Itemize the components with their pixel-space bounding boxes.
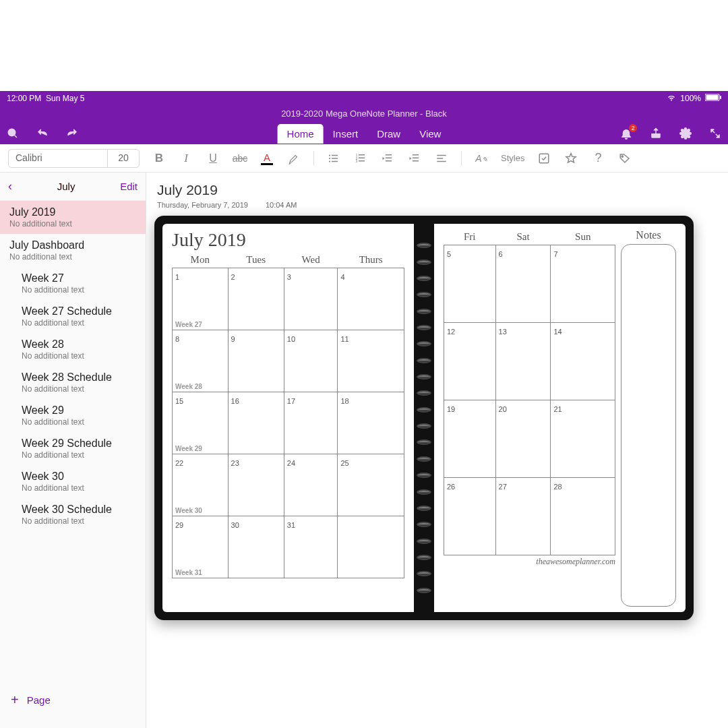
calendar-right: FriSatSun567121314192021262728: [444, 229, 615, 555]
page-sidebar: ‹ July Edit July 2019No additional textJ…: [0, 173, 146, 728]
search-icon[interactable]: [5, 126, 20, 141]
add-page-label: Page: [27, 694, 51, 706]
bullet-list-icon[interactable]: [326, 151, 341, 166]
sidebar-item-sub: No additional text: [22, 516, 136, 526]
separator: [461, 151, 462, 166]
sidebar-item-name: Week 28 Schedule: [22, 371, 136, 384]
sidebar-item-name: Week 30: [22, 471, 136, 483]
notifications-badge: 2: [629, 124, 637, 132]
numbered-list-icon[interactable]: 123: [353, 151, 368, 166]
italic-icon[interactable]: I: [179, 151, 193, 166]
bold-icon[interactable]: B: [152, 151, 166, 166]
svg-rect-9: [332, 158, 338, 159]
sidebar-item-sub: No additional text: [22, 450, 136, 460]
back-icon[interactable]: ‹: [8, 179, 12, 193]
formatting-toolbar: Calibri 20 B I U abc A 123 A✎ Styles ?: [0, 144, 728, 173]
sidebar-item-sub: No additional text: [22, 285, 136, 295]
planner-left-page: July 2019 MonTuesWedThurs1Week 272348Wee…: [162, 224, 414, 612]
tag-icon[interactable]: [617, 151, 632, 166]
svg-point-28: [622, 155, 624, 156]
page-title[interactable]: July 2019: [157, 182, 720, 198]
question-icon[interactable]: ?: [590, 151, 605, 166]
redo-icon[interactable]: [65, 126, 80, 141]
svg-point-10: [329, 160, 330, 162]
svg-point-6: [329, 154, 330, 156]
sidebar-item-name: Week 30 Schedule: [22, 504, 136, 516]
sidebar-item-sub: No additional text: [22, 417, 136, 427]
underline-icon[interactable]: U: [206, 151, 220, 166]
star-icon[interactable]: [564, 151, 578, 166]
svg-rect-11: [332, 160, 338, 162]
highlight-icon[interactable]: [286, 151, 301, 166]
sidebar-item-name: Week 27 Schedule: [22, 305, 136, 317]
nav-bar: Home Insert Draw View 2: [0, 123, 728, 144]
sidebar-item-sub: No additional text: [22, 351, 136, 361]
sidebar-item-sub: No additional text: [22, 483, 136, 493]
svg-rect-22: [413, 157, 419, 158]
page-meta: Thursday, February 7, 2019 10:04 AM: [157, 201, 720, 209]
notes-label: Notes: [621, 229, 676, 241]
svg-rect-7: [332, 154, 338, 156]
outdent-icon[interactable]: [380, 151, 395, 166]
window-title: 2019-2020 Mega OneNote Planner - Black: [0, 106, 728, 123]
add-page-button[interactable]: + Page: [0, 686, 146, 715]
sidebar-item[interactable]: Week 30No additional text: [0, 465, 146, 498]
sidebar-item[interactable]: Week 27 ScheduleNo additional text: [0, 300, 146, 333]
sidebar-item-name: July 2019: [9, 206, 136, 218]
calendar-left: MonTuesWedThurs1Week 272348Week 28910111…: [172, 252, 404, 578]
notifications-icon[interactable]: 2: [619, 126, 634, 141]
tab-draw[interactable]: Draw: [367, 124, 410, 144]
planner-right-page: FriSatSun567121314192021262728 theawesom…: [434, 224, 686, 612]
sidebar-item[interactable]: Week 28No additional text: [0, 333, 146, 366]
sidebar-item-sub: No additional text: [9, 219, 136, 229]
share-icon[interactable]: [648, 126, 663, 141]
svg-line-4: [14, 135, 17, 138]
sidebar-header: ‹ July Edit: [0, 173, 146, 201]
status-date: Sun May 5: [46, 94, 84, 103]
status-bar: 12:00 PM Sun May 5 100%: [0, 91, 728, 106]
sidebar-item[interactable]: Week 27No additional text: [0, 267, 146, 300]
sidebar-item-name: Week 29: [22, 404, 136, 417]
page-date: Thursday, February 7, 2019: [157, 201, 248, 209]
styles-icon[interactable]: A✎: [474, 151, 489, 166]
wifi-icon: [667, 94, 676, 103]
fullscreen-icon[interactable]: [708, 126, 723, 141]
font-selector[interactable]: Calibri 20: [8, 149, 140, 168]
svg-rect-1: [706, 95, 719, 100]
undo-icon[interactable]: [35, 126, 50, 141]
svg-text:3: 3: [356, 159, 358, 163]
sidebar-item[interactable]: Week 28 ScheduleNo additional text: [0, 366, 146, 399]
tab-insert[interactable]: Insert: [324, 124, 368, 144]
sidebar-item[interactable]: Week 29No additional text: [0, 399, 146, 432]
strikethrough-icon[interactable]: abc: [233, 151, 247, 166]
font-color-icon[interactable]: A: [260, 151, 274, 166]
svg-rect-15: [359, 157, 365, 158]
align-icon[interactable]: [434, 151, 449, 166]
sidebar-item[interactable]: July DashboardNo additional text: [0, 234, 146, 267]
svg-rect-25: [437, 158, 443, 159]
svg-rect-18: [386, 154, 392, 156]
tab-home[interactable]: Home: [278, 124, 324, 144]
sidebar-item-name: July Dashboard: [9, 239, 136, 251]
font-name[interactable]: Calibri: [9, 150, 108, 167]
sidebar-item[interactable]: Week 29 ScheduleNo additional text: [0, 432, 146, 465]
sidebar-item-name: Week 27: [22, 272, 136, 284]
page-content[interactable]: July 2019 Thursday, February 7, 2019 10:…: [146, 173, 728, 728]
settings-icon[interactable]: [678, 126, 693, 141]
sidebar-item[interactable]: Week 30 ScheduleNo additional text: [0, 498, 146, 531]
sidebar-item[interactable]: July 2019No additional text: [0, 201, 146, 234]
indent-icon[interactable]: [407, 151, 422, 166]
tab-view[interactable]: View: [410, 124, 450, 144]
sidebar-item-sub: No additional text: [9, 252, 136, 262]
styles-label[interactable]: Styles: [501, 153, 524, 163]
battery-pct: 100%: [680, 94, 701, 103]
status-time: 12:00 PM: [7, 94, 41, 103]
plus-icon: +: [11, 692, 19, 708]
sidebar-item-sub: No additional text: [22, 384, 136, 394]
section-title[interactable]: July: [57, 181, 75, 192]
font-size[interactable]: 20: [108, 150, 139, 167]
edit-button[interactable]: Edit: [120, 181, 138, 192]
todo-icon[interactable]: [537, 151, 551, 166]
svg-rect-19: [386, 157, 392, 158]
svg-rect-24: [437, 154, 446, 156]
